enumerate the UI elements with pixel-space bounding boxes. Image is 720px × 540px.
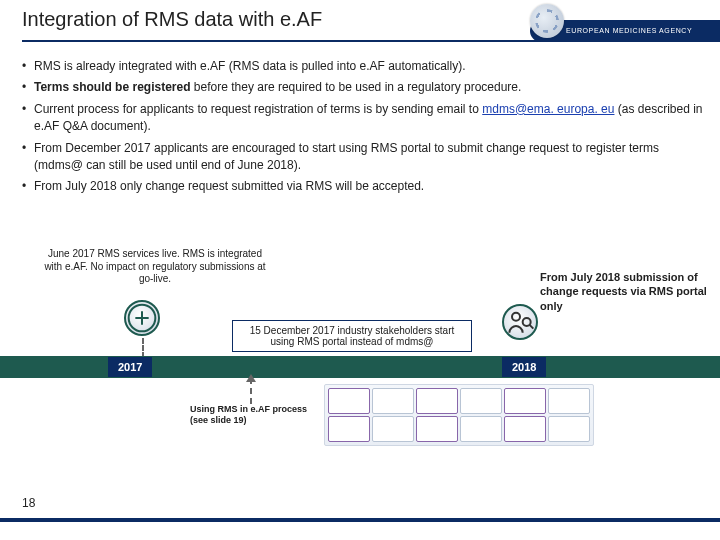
title-rule xyxy=(22,40,562,42)
milestone-callout-1: June 2017 RMS services live. RMS is inte… xyxy=(38,248,272,286)
bullet-list: RMS is already integrated with e.AF (RMS… xyxy=(22,58,706,196)
bullet-item: RMS is already integrated with e.AF (RMS… xyxy=(22,58,706,75)
process-flow-thumbnail xyxy=(324,384,594,446)
bullet-item: Terms should be registered before they a… xyxy=(22,79,706,96)
connector-line xyxy=(250,378,252,404)
slide-header: Integration of RMS data with e.AF EUROPE… xyxy=(0,0,720,52)
person-search-icon xyxy=(504,306,536,338)
agency-logo: EUROPEAN MEDICINES AGENCY xyxy=(520,0,720,52)
milestone-badge-icon xyxy=(502,304,538,340)
body-content: RMS is already integrated with e.AF (RMS… xyxy=(22,58,706,200)
milestone-callout-2: 15 December 2017 industry stakeholders s… xyxy=(232,320,472,352)
year-marker-2017: 2017 xyxy=(108,357,152,377)
email-link[interactable]: mdms@ema. europa. eu xyxy=(482,102,614,116)
bullet-item: From December 2017 applicants are encour… xyxy=(22,140,706,175)
referentials-icon xyxy=(126,302,158,334)
ema-emblem-icon xyxy=(530,4,564,38)
svg-point-1 xyxy=(512,313,520,321)
year-marker-2018: 2018 xyxy=(502,357,546,377)
milestone-badge-icon xyxy=(124,300,160,336)
page-number: 18 xyxy=(22,496,35,510)
process-caption: Using RMS in e.AF process (see slide 19) xyxy=(190,404,320,426)
timeline-diagram: June 2017 RMS services live. RMS is inte… xyxy=(0,248,720,458)
footer-rule xyxy=(0,518,720,522)
connector-line xyxy=(142,338,144,358)
bullet-item: From July 2018 only change request submi… xyxy=(22,178,706,195)
slide-title: Integration of RMS data with e.AF xyxy=(22,8,322,31)
milestone-callout-3: From July 2018 submission of change requ… xyxy=(540,270,710,313)
bullet-item: Current process for applicants to reques… xyxy=(22,101,706,136)
